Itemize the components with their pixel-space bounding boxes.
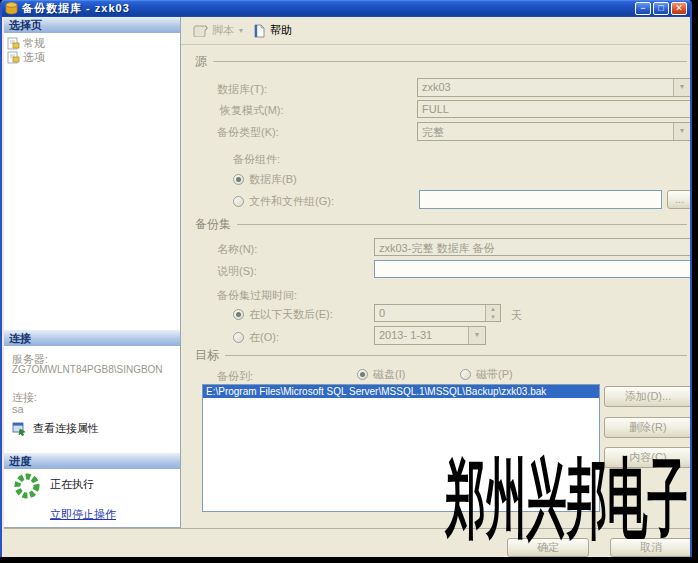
backup-type-label: 备份类型(K): — [217, 125, 279, 140]
radio-label: 文件和文件组(G): — [249, 194, 334, 209]
script-button-label: 脚本 — [212, 23, 234, 38]
toolbar: 脚本 ▾ 帮助 — [181, 17, 692, 45]
sidebar-item-label: 常规 — [23, 36, 45, 51]
radio-checked-icon[interactable] — [357, 369, 368, 380]
sidebar-item-label: 选项 — [23, 50, 45, 65]
expire-date-combo[interactable]: 2013- 1-31 ▾ — [374, 326, 486, 345]
radio-checked-icon[interactable] — [233, 309, 244, 320]
backup-set-group-label: 备份集 — [195, 216, 231, 233]
chevron-down-icon[interactable]: ▾ — [468, 327, 485, 344]
destination-group-header: 目标 — [195, 347, 687, 364]
connection-section-header: 连接 — [4, 330, 180, 346]
connection-properties-icon — [12, 422, 27, 436]
backup-database-dialog: 备份数据库 - zxk03 − □ ✕ 选择页 常规 — [0, 0, 692, 557]
page-icon — [7, 51, 20, 64]
radio-unchecked-icon[interactable] — [460, 369, 471, 380]
expire-after-days-option[interactable]: 在以下天数后(E): — [233, 307, 333, 322]
sidebar-item-options[interactable]: 选项 — [7, 50, 45, 65]
window-controls: − □ ✕ — [635, 2, 687, 15]
backup-to-disk-option[interactable]: 磁盘(I) — [357, 367, 405, 382]
radio-label: 磁盘(I) — [373, 367, 405, 382]
connection-value: sa — [12, 403, 24, 415]
database-combo-value: zxk03 — [418, 79, 673, 96]
recovery-model-label: 恢复模式(M): — [220, 103, 284, 118]
cancel-button[interactable]: 取消 — [610, 538, 692, 557]
backup-type-combo[interactable]: 完整 ▾ — [417, 122, 691, 141]
database-label: 数据库(T): — [217, 82, 267, 97]
database-icon — [5, 2, 18, 15]
source-group-header: 源 — [195, 53, 687, 70]
radio-unchecked-icon[interactable] — [233, 196, 244, 207]
add-button[interactable]: 添加(D)... — [604, 386, 692, 407]
minimize-button[interactable]: − — [635, 2, 651, 15]
help-icon — [253, 24, 266, 38]
source-group-label: 源 — [195, 53, 207, 70]
window-title: 备份数据库 - zxk03 — [22, 1, 130, 16]
progress-section-header: 进度 — [4, 453, 180, 469]
remove-button[interactable]: 删除(R) — [604, 417, 692, 438]
radio-unchecked-icon[interactable] — [233, 332, 244, 343]
radio-label: 磁带(P) — [476, 367, 513, 382]
backup-set-name-field[interactable]: zxk03-完整 数据库 备份 — [374, 238, 692, 256]
chevron-down-icon[interactable]: ▾ — [673, 79, 690, 96]
backup-to-label: 备份到: — [217, 369, 253, 384]
name-label: 名称(N): — [217, 242, 257, 257]
maximize-button[interactable]: □ — [653, 2, 669, 15]
days-unit-label: 天 — [511, 308, 522, 323]
page-icon — [7, 37, 20, 50]
recovery-model-field[interactable]: FULL — [417, 100, 691, 118]
titlebar[interactable]: 备份数据库 - zxk03 − □ ✕ — [2, 0, 690, 17]
browse-button[interactable]: ... — [667, 190, 692, 209]
files-filegroups-field[interactable] — [419, 190, 662, 209]
expiration-label: 备份集过期时间: — [217, 288, 297, 303]
stop-action-link[interactable]: 立即停止操作 — [50, 507, 116, 522]
server-value: ZG7OMWLNT84PGB8\SINGBON — [12, 364, 163, 375]
expire-days-value: 0 — [375, 305, 485, 321]
backup-type-combo-value: 完整 — [418, 123, 673, 140]
radio-label: 在(O): — [249, 330, 279, 345]
backup-component-database-option[interactable]: 数据库(B) — [233, 172, 297, 187]
contents-button[interactable]: 内容(C) — [604, 447, 692, 468]
view-connection-properties-link[interactable]: 查看连接属性 — [12, 421, 99, 436]
form-area: 源 数据库(T): zxk03 ▾ 恢复模式(M): FULL 备份类型(K):… — [181, 45, 692, 528]
screenshot-root: 备份数据库 - zxk03 − □ ✕ 选择页 常规 — [0, 0, 698, 563]
dialog-footer: 确定 取消 — [4, 528, 692, 557]
database-combo[interactable]: zxk03 ▾ — [417, 78, 691, 97]
chevron-down-icon: ▾ — [239, 26, 243, 35]
backup-to-tape-option[interactable]: 磁带(P) — [460, 367, 513, 382]
backup-component-label: 备份组件: — [233, 152, 280, 167]
script-button[interactable]: 脚本 ▾ — [189, 21, 246, 40]
close-button[interactable]: ✕ — [671, 2, 687, 15]
script-icon — [192, 24, 208, 37]
expire-date-value: 2013- 1-31 — [375, 327, 468, 344]
progress-status-text: 正在执行 — [50, 477, 94, 492]
backup-component-files-option[interactable]: 文件和文件组(G): — [233, 194, 334, 209]
expire-on-date-option[interactable]: 在(O): — [233, 330, 279, 345]
destination-group-label: 目标 — [195, 347, 219, 364]
backup-set-description-field[interactable] — [374, 260, 692, 278]
progress-spinner-icon — [13, 472, 41, 500]
chevron-down-icon[interactable]: ▾ — [673, 123, 690, 140]
radio-checked-icon[interactable] — [233, 174, 244, 185]
destination-path-item[interactable]: E:\Program Files\Microsoft SQL Server\MS… — [203, 385, 599, 398]
radio-label: 在以下天数后(E): — [249, 307, 333, 322]
spin-up-icon[interactable]: ▲ — [486, 305, 500, 313]
spin-down-icon[interactable]: ▼ — [486, 313, 500, 321]
view-connection-properties-label: 查看连接属性 — [33, 421, 99, 436]
radio-label: 数据库(B) — [249, 172, 297, 187]
select-page-header: 选择页 — [4, 17, 180, 33]
description-label: 说明(S): — [217, 264, 257, 279]
spinner-arrows[interactable]: ▲ ▼ — [485, 305, 500, 321]
destination-path-list[interactable]: E:\Program Files\Microsoft SQL Server\MS… — [202, 384, 600, 512]
sidebar: 选择页 常规 选项 连接 服务器: — [4, 17, 181, 528]
help-button-label: 帮助 — [270, 23, 292, 38]
backup-set-group-header: 备份集 — [195, 216, 687, 233]
expire-days-spinner[interactable]: 0 ▲ ▼ — [374, 304, 501, 322]
sidebar-item-general[interactable]: 常规 — [7, 36, 45, 51]
help-button[interactable]: 帮助 — [250, 21, 295, 40]
ok-button[interactable]: 确定 — [507, 538, 589, 557]
